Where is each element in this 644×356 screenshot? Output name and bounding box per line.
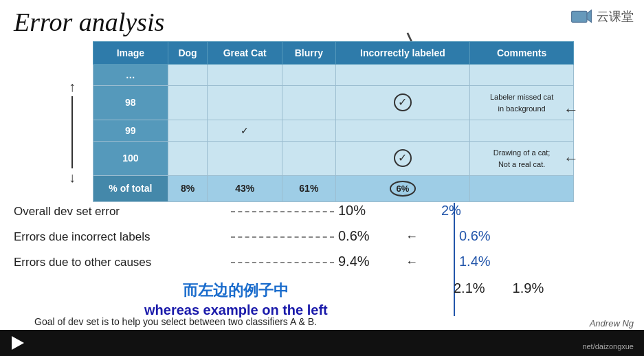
stat-label-overall: Overall dev set error xyxy=(14,205,227,219)
cell-image: 100 xyxy=(93,141,168,175)
stat-label-other: Errors due to other causes xyxy=(14,256,227,269)
cell-comments xyxy=(470,120,574,141)
play-icon xyxy=(12,336,24,350)
extra-val-2: 1.9% xyxy=(513,280,544,296)
cell-blurry xyxy=(282,86,336,120)
table-row: 99 ✓ xyxy=(93,120,574,141)
subtitle-overlay: 而左边的例子中 whereas example on the left xyxy=(144,280,328,318)
cell-comments: Labeler missed catin background xyxy=(470,86,574,120)
svg-marker-1 xyxy=(587,10,591,23)
cell-great-cat xyxy=(208,141,282,175)
arrow-incorrect: ← xyxy=(406,230,418,244)
stat-row-other: Errors due to other causes 9.4% ← 1.4% xyxy=(14,254,639,269)
stat-dots-overall xyxy=(231,211,334,212)
col-image: Image xyxy=(93,42,168,65)
cell-comments xyxy=(470,65,574,86)
comment-98: Labeler missed catin background xyxy=(490,93,553,113)
col-comments: Comments xyxy=(470,42,574,65)
stat-label-incorrect: Errors due incorrect labels xyxy=(14,230,227,244)
col-great-cat: Great Cat xyxy=(208,42,282,65)
cell-great-cat: ✓ xyxy=(208,120,282,141)
cell-incorrectly-total: 6% xyxy=(335,175,470,201)
extra-val-1: 2.1% xyxy=(454,280,485,296)
cell-great-cat-total: 43% xyxy=(208,175,282,201)
cell-blurry xyxy=(282,141,336,175)
cell-image: 98 xyxy=(93,86,168,120)
author-name: Andrew Ng xyxy=(590,318,634,329)
watermark-label: 云课堂 xyxy=(597,8,634,25)
stat-row-incorrect-labels: Errors due incorrect labels 0.6% ← 0.6% xyxy=(14,228,639,244)
cell-incorrectly xyxy=(335,120,470,141)
cell-dog xyxy=(168,65,208,86)
arrow-other: ← xyxy=(406,255,418,269)
page-title: Error analysis xyxy=(14,7,164,37)
watermark-icon xyxy=(570,7,592,26)
stat-dots-incorrect xyxy=(231,236,334,238)
cell-dog-total: 8% xyxy=(168,175,208,201)
cell-comments: Drawing of a cat;Not a real cat. xyxy=(470,141,574,175)
stat-value2-other: 1.4% xyxy=(459,254,507,269)
cell-dog xyxy=(168,120,208,141)
circled-6pct: 6% xyxy=(390,181,417,197)
table-row: 98 ✓ Labeler missed catin background xyxy=(93,86,574,120)
cell-blurry xyxy=(282,65,336,86)
stat-dots-other xyxy=(231,262,334,263)
cell-incorrectly xyxy=(335,65,470,86)
subtitle-english: whereas example on the left xyxy=(144,302,328,318)
cell-great-cat xyxy=(208,86,282,120)
cell-blurry-total: 61% xyxy=(282,175,336,201)
checkmark-100: ✓ xyxy=(394,149,412,167)
stat-row-overall: Overall dev set error 10% 2% xyxy=(14,203,639,219)
cell-dog xyxy=(168,86,208,120)
right-arrow-98: ← xyxy=(564,101,579,119)
col-incorrectly: Incorrectly labeled xyxy=(335,42,470,65)
cell-great-cat xyxy=(208,65,282,86)
table-row: 100 ✓ Drawing of a cat;Not a real cat. xyxy=(93,141,574,175)
extra-values-row: 2.1% 1.9% xyxy=(454,280,544,296)
stat-value-incorrect: 0.6% xyxy=(338,228,400,244)
subtitle-chinese: 而左边的例子中 xyxy=(144,280,328,301)
stat-value2-overall: 2% xyxy=(441,203,489,219)
left-double-arrow: ↑ ↓ xyxy=(69,79,76,186)
right-arrow-100: ← xyxy=(564,150,579,168)
svg-rect-0 xyxy=(572,11,587,22)
table-row: … xyxy=(93,65,574,86)
stat-value-overall: 10% xyxy=(338,203,400,219)
cell-blurry xyxy=(282,120,336,141)
col-blurry: Blurry xyxy=(282,42,336,65)
stats-section: Overall dev set error 10% 2% Errors due … xyxy=(14,203,639,279)
cell-image: … xyxy=(93,65,168,86)
col-dog: Dog xyxy=(168,42,208,65)
comment-100: Drawing of a cat;Not a real cat. xyxy=(493,148,551,168)
stat-value2-incorrect: 0.6% xyxy=(459,228,507,244)
checkmark-98: ✓ xyxy=(394,93,412,111)
bottom-bar xyxy=(0,330,644,356)
stat-value-other: 9.4% xyxy=(338,254,400,269)
error-analysis-table: Image Dog Great Cat Blurry Incorrectly l… xyxy=(93,41,574,202)
bottom-url: net/daizongxue xyxy=(582,342,634,351)
watermark: 云课堂 xyxy=(570,7,634,26)
table-row-total: % of total 8% 43% 61% 6% xyxy=(93,175,574,201)
cell-image-total: % of total xyxy=(93,175,168,201)
cell-image: 99 xyxy=(93,120,168,141)
cell-comments-total xyxy=(470,175,574,201)
cell-incorrectly: ✓ xyxy=(335,141,470,175)
cell-incorrectly: ✓ xyxy=(335,86,470,120)
cell-dog xyxy=(168,141,208,175)
play-button[interactable] xyxy=(8,333,27,353)
